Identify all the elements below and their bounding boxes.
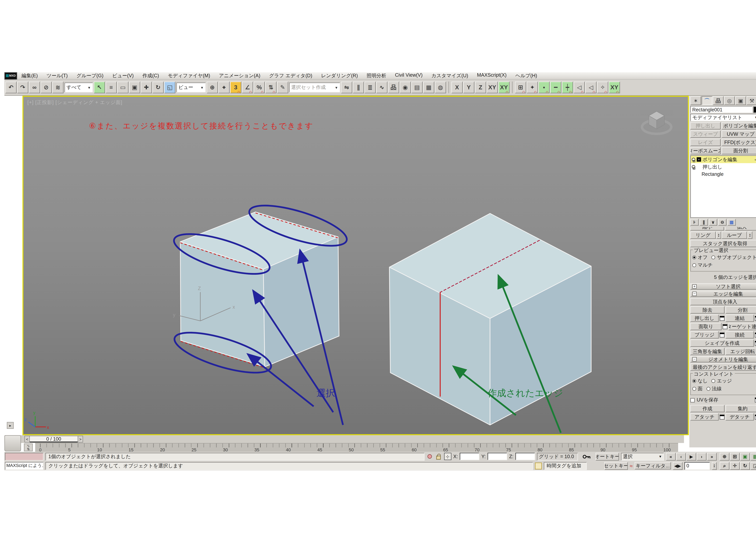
grid-snap-icon[interactable]: ⊞∩ [515, 82, 526, 93]
midpoint-snap-icon[interactable]: ┿∩ [562, 82, 573, 93]
detach-button[interactable]: デタッチ [725, 413, 754, 420]
menu-item[interactable]: ビュー(V) [108, 72, 138, 79]
select-and-move-icon[interactable]: ✚ [141, 82, 152, 93]
next-frame-arrow[interactable]: > [78, 436, 83, 442]
grow-button[interactable]: 拡大 [725, 227, 756, 231]
key-mode-icon[interactable] [580, 453, 593, 460]
unlink-selection-icon[interactable]: ⊘ [41, 82, 52, 93]
modifier-visibility-bulb-icon[interactable] [692, 165, 695, 169]
rendered-frame-icon[interactable]: ▦ [423, 82, 434, 93]
restrict-x-icon[interactable]: X [451, 82, 463, 93]
select-and-scale-icon[interactable]: ◱ [164, 82, 175, 93]
add-time-tag-button[interactable]: 時間タグを追加 [544, 462, 587, 470]
menu-item[interactable]: Civil View(V) [390, 72, 427, 79]
menu-item[interactable]: グループ(G) [72, 72, 108, 79]
tab-motion[interactable]: ◎ [724, 96, 735, 105]
schematic-view-icon[interactable]: 品 [388, 82, 399, 93]
radio-preview-off[interactable]: オフ [692, 254, 708, 261]
target-weld-button[interactable]: ターゲット連結 [728, 323, 756, 330]
maximize-viewport-icon[interactable]: ◲ [750, 462, 756, 470]
collapse-button[interactable]: 集約 [725, 405, 756, 412]
orbit-icon[interactable]: ↻ [740, 462, 750, 470]
stack-row-edit-poly[interactable]: + ポリゴンを編集 ◁ [691, 156, 756, 163]
menu-item[interactable]: 作成(C) [138, 72, 164, 79]
render-icon[interactable]: ◍ [435, 82, 446, 93]
show-end-result-icon[interactable]: ∥ [700, 219, 708, 226]
modifier-quick-button[interactable]: FFD(ボックス) [722, 139, 756, 146]
radio-preview-multi[interactable]: マルチ [692, 262, 713, 269]
mirror-icon[interactable]: ⇋ [341, 82, 352, 93]
frame-spinner[interactable]: ▲▼ [712, 462, 717, 470]
maxscript-mini-listener[interactable]: MAXScript にようこ [5, 462, 43, 470]
modifier-quick-button[interactable]: ターボスムーズ [690, 147, 721, 154]
object-name-field[interactable]: Rectangle001 [690, 106, 752, 113]
modifier-quick-button[interactable]: レイズ [690, 139, 721, 146]
stack-row-extrude[interactable]: 押し出し [691, 163, 756, 170]
modifier-list-dropdown[interactable]: モディファイヤリスト▼ [690, 114, 756, 121]
isolate-toggle-icon[interactable] [426, 453, 433, 460]
use-pivot-center-icon[interactable]: ⊕ [207, 82, 218, 93]
go-to-start-button[interactable]: « [666, 453, 676, 460]
named-selection-set-combo[interactable]: 選択セット作成▼ [289, 83, 340, 92]
y-coordinate-field[interactable] [488, 453, 507, 460]
preserve-uv-checkbox[interactable] [690, 398, 695, 402]
get-stack-selection-button[interactable]: スタック選択を取得 [690, 240, 756, 247]
modifier-quick-button[interactable]: スウィープ [690, 131, 721, 138]
stack-row-rectangle[interactable]: Rectangle [691, 171, 756, 178]
render-setup-icon[interactable]: ▤ [411, 82, 422, 93]
attach-settings-icon[interactable] [720, 414, 725, 419]
coordinate-display-mode-icon[interactable]: ⊹ [444, 453, 451, 460]
percent-snap-icon[interactable]: %∩ [254, 82, 265, 93]
make-unique-icon[interactable]: ∨ [709, 219, 717, 226]
frozen-snap-icon[interactable]: ✧∩ [597, 82, 608, 93]
restrict-xy-plane-icon[interactable]: XY [486, 82, 498, 93]
menu-item[interactable]: 編集(E) [17, 72, 42, 79]
curve-editor-icon[interactable]: ∿ [376, 82, 387, 93]
weld-settings-icon[interactable] [755, 316, 756, 320]
remove-button[interactable]: 除去 [690, 306, 725, 313]
time-slider-value[interactable]: 0 / 100 [30, 436, 78, 442]
connect-settings-icon[interactable] [755, 332, 756, 337]
bridge-button[interactable]: ブリッジ [690, 331, 719, 338]
attach-button[interactable]: アタッチ [690, 413, 719, 420]
modifier-quick-button[interactable]: 押し出し [690, 122, 721, 129]
turn-edge-button[interactable]: エッジ回転 [725, 348, 756, 355]
repeat-last-button[interactable]: 最後のアクションを繰り返す [690, 363, 756, 371]
selection-lock-icon[interactable] [435, 453, 442, 460]
ring-spinner[interactable]: ▲▼ [716, 232, 721, 239]
split-button[interactable]: 分割 [725, 306, 756, 313]
rollout-soft-selection[interactable]: + ソフト選択 [690, 283, 756, 289]
chamfer-button[interactable]: 面取り [690, 323, 722, 330]
angle-snap-icon[interactable]: ∠∩ [242, 82, 253, 93]
layer-manager-icon[interactable]: ≣ [365, 82, 376, 93]
align-icon[interactable]: ∥ [353, 82, 364, 93]
previous-frame-button[interactable]: ‹ [676, 453, 686, 460]
select-object-icon[interactable]: ↖ [94, 82, 105, 93]
edit-named-selection-sets-icon[interactable]: ✎ [277, 82, 288, 93]
track-bar[interactable]: 0510152025303540455055606570758085909510… [35, 443, 678, 452]
zoom-extents-all-icon[interactable]: ▩ [750, 453, 756, 460]
restrict-z-icon[interactable]: Z [475, 82, 486, 93]
next-frame-button[interactable]: › [697, 453, 707, 460]
create-shape-settings-icon[interactable] [755, 341, 756, 345]
preserve-uv-settings-icon[interactable] [755, 397, 756, 402]
remove-modifier-icon[interactable]: ⊖ [718, 219, 727, 226]
panel-expander-button[interactable]: ▸ [7, 422, 14, 429]
selection-set-key-combo[interactable]: 選択▼ [621, 453, 664, 460]
previous-frame-arrow[interactable]: < [25, 436, 30, 442]
menu-item[interactable]: レンダリング(R) [317, 72, 362, 79]
create-button[interactable]: 作成 [690, 405, 725, 412]
tab-modify[interactable]: ⌒ [702, 96, 712, 105]
loop-spinner[interactable]: ▲▼ [748, 232, 752, 239]
rollout-edit-geometry[interactable]: − ジオメトリを編集 [690, 356, 756, 362]
viewcube[interactable] [642, 111, 671, 134]
modifier-quick-button[interactable]: 面分割 [722, 147, 756, 154]
zoom-icon[interactable]: ⊕ [720, 453, 730, 460]
vertex-snap-icon[interactable]: ▪∩ [538, 82, 550, 93]
app-logo-button[interactable]: MXD [4, 72, 17, 79]
radio-constraint-edge[interactable]: エッジ [712, 377, 732, 384]
maxscript-mini-listener-pink[interactable] [5, 453, 43, 460]
undo-icon[interactable]: ↶ [5, 82, 17, 93]
weld-button[interactable]: 連結 [725, 314, 754, 322]
go-to-end-button[interactable]: » [707, 453, 717, 460]
